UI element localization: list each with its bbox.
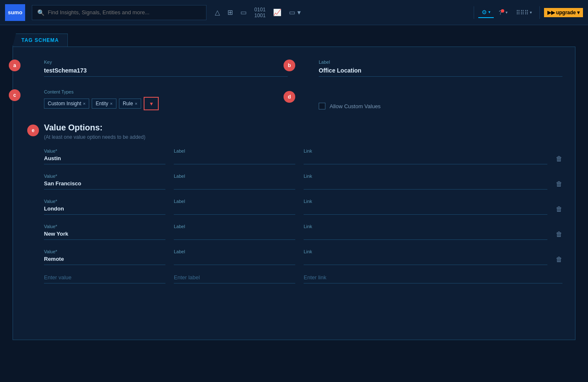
label-value: Office Location <box>319 67 562 77</box>
tag-chip-label: Entity <box>95 101 108 107</box>
binary-icon[interactable]: 01011001 <box>254 7 266 18</box>
link-col-header-5: Link <box>304 249 547 254</box>
allow-custom-checkbox[interactable] <box>319 103 325 109</box>
monitor-icon[interactable]: ⊞ <box>227 8 233 16</box>
chart-icon[interactable]: 📈 <box>273 8 281 16</box>
alert-icon[interactable]: △ <box>215 8 220 16</box>
tag-schema-tab[interactable]: TAG SCHEMA <box>13 34 68 47</box>
search-bar[interactable]: 🔍 <box>32 5 206 20</box>
enter-label-input[interactable]: Enter label <box>174 274 295 283</box>
dropdown-chevron-icon: ▾ <box>150 100 153 107</box>
tag-remove-entity[interactable]: × <box>110 101 113 106</box>
delete-austin-button[interactable]: 🗑 <box>556 155 562 164</box>
search-icon: 🔍 <box>37 9 44 16</box>
link-input-remote[interactable] <box>304 256 547 265</box>
value-col-header-3: Value* <box>44 199 165 204</box>
link-col-header-1: Link <box>304 148 547 153</box>
tag-chip-label: Rule <box>123 101 133 107</box>
label-label: Label <box>319 60 562 65</box>
link-field-remote: Link <box>304 249 547 265</box>
label-input-ny[interactable] <box>174 231 295 240</box>
label-field-london: Label <box>174 199 295 215</box>
label-input-sf[interactable] <box>174 180 295 190</box>
step-e-badge: e <box>27 125 39 136</box>
label-field-sf: Label <box>174 174 295 190</box>
apps-button[interactable]: ⠿⠿⠿ ▾ <box>513 8 535 18</box>
value-col-header-5: Value* <box>44 249 165 254</box>
label-col-header-4: Label <box>174 224 295 229</box>
value-options-title: Value Options: <box>44 123 562 133</box>
topnav: su mo 🔍 △ ⊞ ▭ 01011001 📈 ▭ ▾ ⚙ ▾ ? ▾ ⠿⠿⠿… <box>0 0 588 25</box>
key-field-group: a Key testSchema173 <box>26 60 288 77</box>
value-row-san-francisco: Value* San Francisco Label Link 🗑 <box>44 174 562 190</box>
value-options-header-group: e Value Options: (At least one value opt… <box>44 123 562 140</box>
right-icons: ⚙ ▾ ? ▾ ⠿⠿⠿ ▾ ▶▶ upgrade ▾ <box>471 6 583 19</box>
logo: su mo <box>5 4 25 21</box>
link-col-header-2: Link <box>304 174 547 179</box>
delete-ny-button[interactable]: 🗑 <box>556 231 562 240</box>
link-input-ny[interactable] <box>304 231 547 240</box>
value-col-header-1: Value* <box>44 148 165 153</box>
enter-link-input[interactable]: Enter link <box>304 274 562 283</box>
content-types-row: c Content Types Custom Insight × Entity … <box>26 89 562 110</box>
new-link-field: Enter link <box>304 274 562 283</box>
value-text-remote: Remote <box>44 256 165 265</box>
new-label-field: Enter label <box>174 274 295 283</box>
apps-chevron: ▾ <box>530 10 532 15</box>
delete-remote-button[interactable]: 🗑 <box>556 256 562 265</box>
label-input-remote[interactable] <box>174 256 295 265</box>
tag-chip-entity: Entity × <box>92 99 116 109</box>
settings-button[interactable]: ⚙ ▾ <box>478 7 494 18</box>
label-input-austin[interactable] <box>174 155 295 164</box>
tag-chip-rule: Rule × <box>119 99 141 109</box>
settings-chevron: ▾ <box>488 10 490 14</box>
link-input-austin[interactable] <box>304 155 547 164</box>
value-field-london: Value* London <box>44 199 165 215</box>
value-text-austin: Austin <box>44 155 165 164</box>
link-input-london[interactable] <box>304 205 547 215</box>
label-col-header-1: Label <box>174 148 295 153</box>
label-field-remote: Label <box>174 249 295 265</box>
enter-value-input[interactable]: Enter value <box>44 274 165 283</box>
notification-badge <box>501 9 504 13</box>
link-field-london: Link <box>304 199 547 215</box>
value-row-london: Value* London Label Link 🗑 <box>44 199 562 215</box>
help-button[interactable]: ? ▾ <box>495 8 511 18</box>
search-input[interactable] <box>48 9 201 16</box>
upgrade-icon: ▶▶ <box>547 10 555 16</box>
step-a-badge: a <box>9 60 21 71</box>
help-chevron: ▾ <box>505 10 508 15</box>
value-col-header-4: Value* <box>44 224 165 229</box>
tag-remove-custom-insight[interactable]: × <box>83 101 85 106</box>
label-field-group: b Label Office Location <box>300 60 562 77</box>
value-text-london: London <box>44 205 165 215</box>
link-col-header-3: Link <box>304 199 547 204</box>
label-col-header-2: Label <box>174 174 295 179</box>
value-options-section: e Value Options: (At least one value opt… <box>26 123 562 283</box>
value-options-sub: (At least one value option needs to be a… <box>44 134 562 140</box>
upgrade-label: upgrade <box>556 10 576 16</box>
value-field-ny: Value* New York <box>44 224 165 240</box>
delete-sf-button[interactable]: 🗑 <box>556 180 562 190</box>
upgrade-button[interactable]: ▶▶ upgrade ▾ <box>544 8 583 17</box>
delete-london-button[interactable]: 🗑 <box>556 205 562 215</box>
content-types-dropdown-button[interactable]: ▾ <box>144 97 159 110</box>
tags-container: Custom Insight × Entity × Rule × ▾ <box>44 97 288 110</box>
nav-icons: △ ⊞ ▭ 01011001 📈 ▭ ▾ <box>215 7 300 18</box>
page-icon[interactable]: ▭ ▾ <box>289 8 300 16</box>
value-text-ny: New York <box>44 231 165 240</box>
tag-remove-rule[interactable]: × <box>135 101 137 106</box>
document-icon[interactable]: ▭ <box>240 8 247 16</box>
link-input-sf[interactable] <box>304 180 547 190</box>
new-value-field: Enter value <box>44 274 165 283</box>
value-row-new-york: Value* New York Label Link 🗑 <box>44 224 562 240</box>
link-field-sf: Link <box>304 174 547 190</box>
key-value: testSchema173 <box>44 67 288 77</box>
label-input-london[interactable] <box>174 205 295 215</box>
allow-custom-group: d Allow Custom Values <box>300 89 562 109</box>
allow-custom-label: Allow Custom Values <box>330 103 381 109</box>
link-field-ny: Link <box>304 224 547 240</box>
link-field-austin: Link <box>304 148 547 164</box>
allow-custom-field: Allow Custom Values <box>319 99 381 109</box>
label-col-header-3: Label <box>174 199 295 204</box>
